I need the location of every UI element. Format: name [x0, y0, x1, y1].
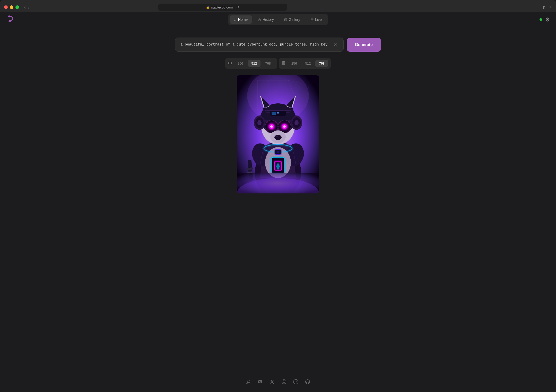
image-container [237, 75, 319, 193]
height-icon [282, 61, 286, 66]
browser-nav: ‹ › [24, 5, 29, 10]
traffic-lights [4, 5, 19, 9]
url-text: stablecog.com [211, 5, 233, 9]
svg-point-61 [285, 380, 286, 381]
prompt-input[interactable]: a beautiful portrait of a cute cyberpunk… [180, 42, 332, 47]
svg-point-44 [283, 125, 286, 128]
svg-point-62 [293, 379, 298, 384]
tab-history-label: History [263, 17, 274, 22]
reload-icon[interactable]: ↺ [236, 5, 239, 9]
prompt-input-container[interactable]: a beautiful portrait of a cute cyberpunk… [175, 38, 344, 52]
lock-icon: 🔒 [206, 6, 210, 9]
gallery-icon: ⊡ [284, 17, 287, 22]
size-selectors: 256 512 768 256 512 768 [225, 58, 331, 69]
twitter-icon[interactable] [269, 379, 275, 386]
browser-chrome: ‹ › 🔒 stablecog.com ↺ ⬆ + [0, 0, 556, 12]
new-tab-button[interactable]: + [550, 5, 552, 10]
width-768-button[interactable]: 768 [262, 60, 274, 67]
svg-rect-46 [277, 126, 279, 127]
svg-rect-16 [265, 110, 291, 111]
back-button[interactable]: ‹ [24, 5, 26, 10]
minimize-button[interactable] [10, 5, 13, 9]
svg-point-27 [294, 120, 299, 125]
logo [6, 15, 14, 25]
width-icon [228, 61, 232, 66]
width-512-button[interactable]: 512 [248, 60, 261, 67]
prompt-bar: a beautiful portrait of a cute cyberpunk… [175, 38, 381, 52]
browser-titlebar: ‹ › 🔒 stablecog.com ↺ ⬆ + [4, 3, 552, 12]
footer [0, 373, 556, 392]
github-icon[interactable] [305, 379, 310, 386]
main-content: a beautiful portrait of a cute cyberpunk… [0, 27, 556, 373]
tab-live[interactable]: ◎ Live [306, 15, 326, 24]
address-bar[interactable]: 🔒 stablecog.com ↺ [158, 4, 287, 11]
live-icon: ◎ [310, 17, 314, 22]
height-512-button[interactable]: 512 [302, 60, 315, 67]
svg-rect-33 [277, 113, 279, 114]
settings-button[interactable]: ⚙ [545, 16, 550, 23]
tab-history[interactable]: ◷ History [253, 15, 279, 24]
tab-live-label: Live [315, 17, 322, 22]
svg-rect-31 [272, 112, 276, 115]
tab-gallery-label: Gallery [289, 17, 300, 22]
height-256-button[interactable]: 256 [288, 60, 301, 67]
forward-button[interactable]: › [28, 5, 29, 10]
generate-button[interactable]: Generate [347, 38, 381, 52]
app-container: ⌂ Home ◷ History ⊡ Gallery ◎ Live ⚙ [0, 12, 556, 392]
clear-prompt-button[interactable]: ✕ [332, 42, 338, 47]
height-768-button[interactable]: 768 [315, 60, 328, 67]
tab-home[interactable]: ⌂ Home [230, 15, 252, 24]
svg-point-24 [257, 120, 262, 125]
height-selector-group: 256 512 768 [279, 58, 331, 69]
svg-point-38 [270, 125, 273, 128]
svg-point-60 [283, 381, 285, 383]
home-icon: ⌂ [234, 17, 236, 22]
paintbrush-icon[interactable] [246, 379, 251, 386]
tab-home-label: Home [238, 17, 248, 22]
history-icon: ◷ [258, 17, 261, 22]
producthunt-icon[interactable] [293, 379, 299, 386]
svg-rect-32 [277, 112, 279, 113]
share-button[interactable]: ⬆ [542, 5, 545, 10]
top-nav: ⌂ Home ◷ History ⊡ Gallery ◎ Live ⚙ [0, 12, 556, 27]
nav-tabs: ⌂ Home ◷ History ⊡ Gallery ◎ Live [228, 14, 328, 25]
close-button[interactable] [4, 5, 8, 9]
tab-gallery[interactable]: ⊡ Gallery [280, 15, 305, 24]
svg-point-48 [274, 135, 282, 140]
width-selector-group: 256 512 768 [225, 58, 277, 69]
browser-actions: ⬆ + [542, 5, 552, 10]
instagram-icon[interactable] [281, 379, 287, 386]
svg-point-49 [276, 136, 278, 137]
width-256-button[interactable]: 256 [234, 60, 247, 67]
discord-icon[interactable] [257, 379, 263, 386]
generated-image[interactable] [237, 75, 319, 193]
status-indicator [540, 18, 542, 21]
maximize-button[interactable] [15, 5, 19, 9]
svg-point-56 [277, 151, 279, 153]
nav-right: ⚙ [540, 16, 550, 23]
